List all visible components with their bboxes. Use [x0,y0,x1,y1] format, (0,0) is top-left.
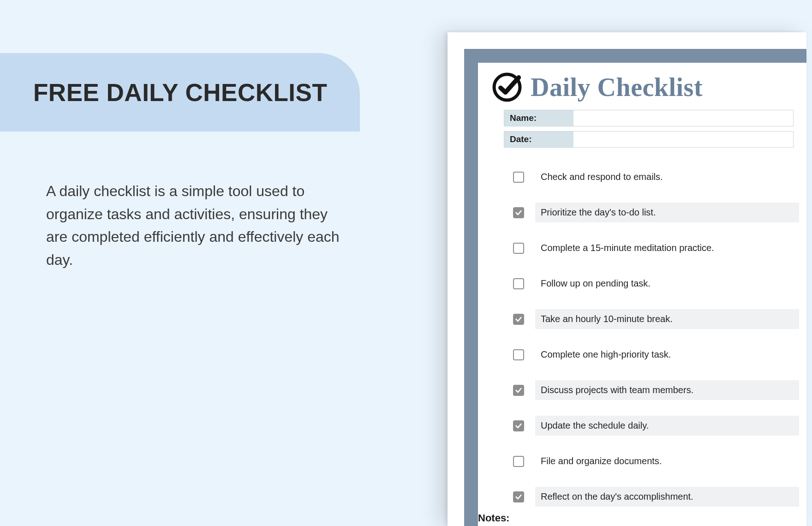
name-label: Name: [504,110,573,126]
checklist-item-text: File and organize documents. [535,451,799,471]
checklist-item-text: Update the schedule daily. [535,416,799,436]
checkbox[interactable] [513,172,524,183]
checklist-item: Complete a 15-minute meditation practice… [491,233,803,263]
checklist-item: Check and respond to emails. [491,162,803,191]
checkmark-circle-icon [491,71,523,103]
checklist-item-text: Follow up on pending task. [535,274,799,293]
template-preview: Daily Checklist Name: Date: Check and re… [448,32,806,526]
checkbox[interactable] [513,243,524,254]
checkbox[interactable] [513,278,524,289]
notes-label: Notes: [478,512,509,524]
template-page: Daily Checklist Name: Date: Check and re… [478,63,806,526]
checklist-item: Complete one high-priority task. [491,340,803,369]
document-title: Daily Checklist [531,72,703,102]
checklist-item: Prioritize the day's to-do list. [491,198,803,227]
checklist-item: Discuss projects with team members. [491,376,803,405]
checklist-item-text: Prioritize the day's to-do list. [535,203,799,222]
checklist-item: File and organize documents. [491,447,803,476]
checkbox[interactable] [513,349,524,360]
checklist-item: Take an hourly 10-minute break. [491,305,803,334]
checkbox[interactable] [513,385,524,396]
checkbox[interactable] [513,314,524,325]
checklist-item-text: Complete a 15-minute meditation practice… [535,238,799,258]
checklist-item: Update the schedule daily. [491,411,803,440]
template-border: Daily Checklist Name: Date: Check and re… [464,49,806,526]
date-field-row: Date: [504,131,794,148]
checklist-items: Check and respond to emails.Prioritize t… [491,162,806,511]
checkbox[interactable] [513,456,524,467]
checklist-item: Follow up on pending task. [491,269,803,298]
banner: FREE DAILY CHECKLIST [0,53,360,132]
banner-title: FREE DAILY CHECKLIST [33,78,327,107]
checkbox[interactable] [513,420,524,431]
name-input[interactable] [573,110,793,126]
checklist-item-text: Take an hourly 10-minute break. [535,309,799,329]
description-text: A daily checklist is a simple tool used … [46,180,341,271]
date-input[interactable] [573,132,793,147]
checklist-item: Reflect on the day's accomplishment. [491,482,803,511]
checklist-item-text: Check and respond to emails. [535,167,799,187]
date-label: Date: [504,132,573,147]
checklist-item-text: Complete one high-priority task. [535,345,799,365]
document-header: Daily Checklist [491,71,806,103]
name-field-row: Name: [504,110,794,126]
checkbox[interactable] [513,491,524,502]
checklist-item-text: Reflect on the day's accomplishment. [535,487,799,507]
checkbox[interactable] [513,207,524,218]
checklist-item-text: Discuss projects with team members. [535,380,799,400]
